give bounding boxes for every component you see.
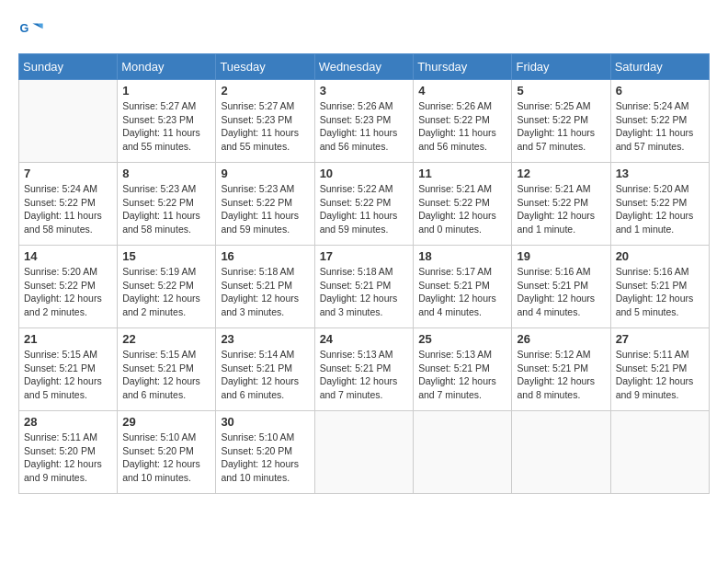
calendar-week-row: 7Sunrise: 5:24 AM Sunset: 5:22 PM Daylig… [19,163,710,246]
day-info: Sunrise: 5:27 AM Sunset: 5:23 PM Dayligh… [122,99,210,154]
calendar-cell: 13Sunrise: 5:20 AM Sunset: 5:22 PM Dayli… [610,163,709,246]
day-info: Sunrise: 5:15 AM Sunset: 5:21 PM Dayligh… [24,348,112,402]
weekday-header: Saturday [610,54,709,80]
calendar-cell: 23Sunrise: 5:14 AM Sunset: 5:21 PM Dayli… [216,328,314,411]
weekday-header: Sunday [19,54,118,80]
calendar-cell [19,80,118,163]
day-info: Sunrise: 5:18 AM Sunset: 5:21 PM Dayligh… [221,265,309,319]
day-info: Sunrise: 5:13 AM Sunset: 5:21 PM Dayligh… [418,348,506,402]
calendar-cell: 21Sunrise: 5:15 AM Sunset: 5:21 PM Dayli… [19,328,118,411]
weekday-header: Tuesday [216,54,314,80]
day-number: 17 [320,249,409,263]
calendar-cell: 30Sunrise: 5:10 AM Sunset: 5:20 PM Dayli… [216,411,314,494]
day-info: Sunrise: 5:19 AM Sunset: 5:22 PM Dayligh… [122,265,210,319]
weekday-header: Wednesday [314,54,414,80]
day-number: 10 [320,167,409,180]
calendar-cell: 3Sunrise: 5:26 AM Sunset: 5:23 PM Daylig… [314,80,414,163]
day-info: Sunrise: 5:27 AM Sunset: 5:23 PM Dayligh… [221,99,309,154]
day-info: Sunrise: 5:24 AM Sunset: 5:22 PM Dayligh… [24,182,112,236]
calendar-cell: 6Sunrise: 5:24 AM Sunset: 5:22 PM Daylig… [610,80,709,163]
day-info: Sunrise: 5:12 AM Sunset: 5:21 PM Dayligh… [517,348,605,402]
day-info: Sunrise: 5:18 AM Sunset: 5:21 PM Dayligh… [320,265,409,319]
day-number: 9 [221,167,309,180]
logo-icon: G [18,18,44,44]
svg-text:G: G [19,22,28,35]
calendar-cell: 11Sunrise: 5:21 AM Sunset: 5:22 PM Dayli… [414,163,512,246]
day-number: 22 [122,332,210,346]
calendar-cell: 5Sunrise: 5:25 AM Sunset: 5:22 PM Daylig… [512,80,610,163]
day-info: Sunrise: 5:20 AM Sunset: 5:22 PM Dayligh… [616,182,704,236]
day-info: Sunrise: 5:26 AM Sunset: 5:23 PM Dayligh… [320,99,409,154]
day-number: 25 [418,332,506,346]
calendar-cell: 20Sunrise: 5:16 AM Sunset: 5:21 PM Dayli… [610,246,709,328]
day-info: Sunrise: 5:13 AM Sunset: 5:21 PM Dayligh… [320,348,409,402]
logo: G [18,18,48,44]
calendar-week-row: 1Sunrise: 5:27 AM Sunset: 5:23 PM Daylig… [19,80,710,163]
day-info: Sunrise: 5:26 AM Sunset: 5:22 PM Dayligh… [418,99,506,154]
day-info: Sunrise: 5:16 AM Sunset: 5:21 PM Dayligh… [517,265,605,319]
day-number: 4 [418,84,506,98]
day-info: Sunrise: 5:20 AM Sunset: 5:22 PM Dayligh… [24,265,112,319]
day-info: Sunrise: 5:22 AM Sunset: 5:22 PM Dayligh… [320,182,409,236]
calendar-cell: 18Sunrise: 5:17 AM Sunset: 5:21 PM Dayli… [414,246,512,328]
day-number: 15 [122,249,210,263]
calendar-cell: 28Sunrise: 5:11 AM Sunset: 5:20 PM Dayli… [19,411,118,494]
calendar-cell: 29Sunrise: 5:10 AM Sunset: 5:20 PM Dayli… [118,411,216,494]
day-info: Sunrise: 5:23 AM Sunset: 5:22 PM Dayligh… [221,182,309,236]
calendar-cell: 14Sunrise: 5:20 AM Sunset: 5:22 PM Dayli… [19,246,118,328]
calendar-cell [314,411,414,494]
day-number: 7 [24,167,112,180]
calendar-cell: 10Sunrise: 5:22 AM Sunset: 5:22 PM Dayli… [314,163,414,246]
day-number: 29 [122,415,210,429]
day-number: 23 [221,332,309,346]
calendar-cell: 1Sunrise: 5:27 AM Sunset: 5:23 PM Daylig… [118,80,216,163]
day-number: 28 [24,415,112,429]
day-info: Sunrise: 5:10 AM Sunset: 5:20 PM Dayligh… [122,431,210,485]
calendar-cell: 7Sunrise: 5:24 AM Sunset: 5:22 PM Daylig… [19,163,118,246]
day-number: 16 [221,249,309,263]
day-number: 8 [122,167,210,180]
calendar-cell: 15Sunrise: 5:19 AM Sunset: 5:22 PM Dayli… [118,246,216,328]
calendar-cell: 27Sunrise: 5:11 AM Sunset: 5:21 PM Dayli… [610,328,709,411]
calendar-cell: 9Sunrise: 5:23 AM Sunset: 5:22 PM Daylig… [216,163,314,246]
day-number: 13 [616,167,704,180]
calendar-cell [414,411,512,494]
day-info: Sunrise: 5:25 AM Sunset: 5:22 PM Dayligh… [517,99,605,154]
weekday-header-row: SundayMondayTuesdayWednesdayThursdayFrid… [19,54,710,80]
day-info: Sunrise: 5:21 AM Sunset: 5:22 PM Dayligh… [517,182,605,236]
day-number: 18 [418,249,506,263]
day-info: Sunrise: 5:11 AM Sunset: 5:21 PM Dayligh… [616,348,704,402]
day-info: Sunrise: 5:23 AM Sunset: 5:22 PM Dayligh… [122,182,210,236]
calendar-cell: 12Sunrise: 5:21 AM Sunset: 5:22 PM Dayli… [512,163,610,246]
day-info: Sunrise: 5:15 AM Sunset: 5:21 PM Dayligh… [122,348,210,402]
calendar-cell [610,411,709,494]
calendar-cell: 25Sunrise: 5:13 AM Sunset: 5:21 PM Dayli… [414,328,512,411]
day-info: Sunrise: 5:21 AM Sunset: 5:22 PM Dayligh… [418,182,506,236]
day-info: Sunrise: 5:17 AM Sunset: 5:21 PM Dayligh… [418,265,506,319]
day-number: 26 [517,332,605,346]
calendar-cell: 2Sunrise: 5:27 AM Sunset: 5:23 PM Daylig… [216,80,314,163]
day-number: 3 [320,84,409,98]
day-number: 14 [24,249,112,263]
day-info: Sunrise: 5:11 AM Sunset: 5:20 PM Dayligh… [24,431,112,485]
day-info: Sunrise: 5:16 AM Sunset: 5:21 PM Dayligh… [616,265,704,319]
weekday-header: Monday [118,54,216,80]
day-number: 19 [517,249,605,263]
day-number: 27 [616,332,704,346]
calendar-cell: 16Sunrise: 5:18 AM Sunset: 5:21 PM Dayli… [216,246,314,328]
calendar-cell: 22Sunrise: 5:15 AM Sunset: 5:21 PM Dayli… [118,328,216,411]
calendar-cell [512,411,610,494]
day-number: 5 [517,84,605,98]
day-number: 1 [122,84,210,98]
weekday-header: Friday [512,54,610,80]
day-number: 12 [517,167,605,180]
calendar-week-row: 21Sunrise: 5:15 AM Sunset: 5:21 PM Dayli… [19,328,710,411]
day-info: Sunrise: 5:14 AM Sunset: 5:21 PM Dayligh… [221,348,309,402]
calendar-cell: 19Sunrise: 5:16 AM Sunset: 5:21 PM Dayli… [512,246,610,328]
calendar-cell: 8Sunrise: 5:23 AM Sunset: 5:22 PM Daylig… [118,163,216,246]
day-number: 24 [320,332,409,346]
page-header: G [18,18,710,44]
calendar-week-row: 14Sunrise: 5:20 AM Sunset: 5:22 PM Dayli… [19,246,710,328]
day-number: 21 [24,332,112,346]
day-number: 30 [221,415,309,429]
